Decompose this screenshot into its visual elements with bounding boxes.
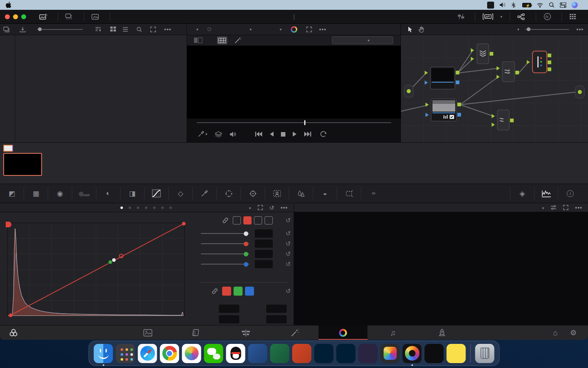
sizing-palette-icon[interactable] [337,187,361,200]
stereo-3d-icon[interactable] [361,187,385,200]
scope-expand-icon[interactable] [563,205,568,210]
keyframes-icon[interactable]: ◈ [510,187,534,200]
camera-raw-icon[interactable]: ◩ [0,187,24,200]
split-screen-icon[interactable] [194,37,203,43]
input-method-icon[interactable] [487,2,494,9]
project-manager-button[interactable]: ⌂ [546,325,564,340]
palette-page-dots[interactable] [120,206,172,209]
viewer-expand-icon[interactable] [306,27,312,32]
link-channels-icon[interactable] [222,217,229,224]
stills-album-icon[interactable] [3,27,10,32]
page-fusion-button[interactable] [286,325,304,340]
scope-options-menu-icon[interactable]: ••• [575,204,582,211]
page-edit-button[interactable] [237,325,255,340]
chevron-down-icon[interactable]: ▾ [205,132,207,136]
grab-color-picker-icon[interactable] [198,131,204,137]
reset-icon[interactable]: ↺ [285,230,291,237]
curve-editor[interactable] [2,215,190,323]
image-wipe-grid-icon[interactable] [217,37,227,44]
hdr-wheels-icon[interactable]: ◎HDR [72,187,96,200]
grab-still-icon[interactable] [20,27,26,32]
grade-version-dropdown[interactable]: ▾ [332,36,393,44]
step-back-button[interactable] [269,131,274,137]
dock-safari-icon[interactable] [138,344,157,363]
green-gain-value[interactable] [255,250,273,258]
viewer-options-menu-icon[interactable]: ••• [319,26,327,33]
loop-playback-button[interactable] [320,131,327,137]
low-soft-value[interactable] [219,315,239,323]
red-gain-value[interactable] [255,240,273,248]
page-color-button-active[interactable] [318,325,368,340]
volume-icon[interactable] [499,2,506,8]
sort-icon[interactable] [95,27,101,32]
curves-mode-dropdown[interactable]: ▾ [248,204,251,211]
page-deliver-button[interactable] [433,325,451,340]
dock-word-icon[interactable] [248,344,267,363]
spotlight-search-icon[interactable] [549,2,555,8]
lut-toggle-button[interactable] [58,10,84,24]
dock-lightroom-icon[interactable] [336,344,356,363]
page-cut-button[interactable] [187,325,205,340]
openfx-toggle-button[interactable]: fx [536,10,561,24]
blue-gain-slider[interactable] [201,264,249,265]
primaries-wheels-icon[interactable]: ◉ [48,187,72,200]
dock-capcut-icon[interactable] [425,344,444,363]
curves-options-menu-icon[interactable]: ••• [281,204,288,211]
color-wheels-icon[interactable]: ▦ [24,187,48,200]
low-clip-value[interactable] [219,305,239,313]
curves-palette-icon[interactable] [145,187,169,200]
unmix-icon[interactable] [215,131,222,137]
zoom-window-button[interactable] [21,14,26,19]
node-zoom-slider[interactable] [525,29,569,30]
qualifier-icon[interactable] [193,187,217,200]
nodes-toggle-button[interactable] [510,10,536,24]
page-fairlight-button[interactable]: ♫ [384,325,402,340]
pointer-tool-icon[interactable] [408,26,413,33]
dock-photos-icon[interactable] [182,344,201,363]
dock-wechat-icon[interactable] [204,344,223,363]
expand-panel-icon[interactable] [150,27,156,32]
scopes-icon[interactable] [534,187,558,200]
channel-r-button[interactable] [243,216,252,224]
dock-excel-icon[interactable] [270,344,290,363]
red-gain-slider[interactable] [201,243,249,244]
dock-finalcut-icon[interactable] [381,344,400,363]
project-settings-button[interactable]: ⚙ [564,325,582,340]
go-to-last-frame-button[interactable] [304,131,312,137]
control-center-icon[interactable] [560,2,566,8]
node-source-input[interactable] [404,85,413,97]
scope-mode-dropdown[interactable]: ▾ [541,204,544,211]
play-button[interactable] [292,131,297,137]
grid-view-icon[interactable] [110,27,116,32]
channel-y-button[interactable] [233,216,241,224]
node-corrector-01[interactable] [425,67,459,89]
dock-audition-icon[interactable] [359,344,378,363]
stop-button[interactable] [281,132,286,137]
bluetooth-icon[interactable] [512,2,515,8]
key-palette-icon[interactable]: ◒ [313,187,337,200]
curves-reset-icon[interactable]: ↺ [270,204,274,211]
scope-settings-icon[interactable] [550,205,557,210]
lightbox-toggle-button[interactable] [562,10,588,24]
wifi-icon[interactable] [537,2,543,8]
apple-icon[interactable] [6,2,11,8]
hand-tool-icon[interactable] [419,26,425,33]
media-pool-toggle-button[interactable] [84,10,110,24]
node-graph[interactable] [401,35,588,142]
playhead[interactable] [304,120,305,125]
high-clip-value[interactable] [266,305,287,313]
node-mixer-2[interactable] [492,110,514,130]
gallery-toggle-button[interactable] [32,10,58,24]
dock-finder-icon[interactable] [94,344,113,363]
blue-gain-value[interactable] [255,260,273,268]
color-warper-icon[interactable]: ◇ [169,187,193,200]
clips-toggle-button[interactable]: ▾ [475,10,510,24]
softclip-b-button[interactable] [245,287,254,296]
node-options-menu-icon[interactable]: ••• [577,26,584,33]
clip-thumbnail[interactable] [3,153,42,176]
close-window-button[interactable] [5,14,10,19]
node-corrector-04[interactable] [425,99,461,121]
color-match-icon[interactable]: ◐ [96,187,120,200]
node-final-output[interactable] [575,86,584,98]
dock-powerpoint-icon[interactable] [292,344,312,363]
